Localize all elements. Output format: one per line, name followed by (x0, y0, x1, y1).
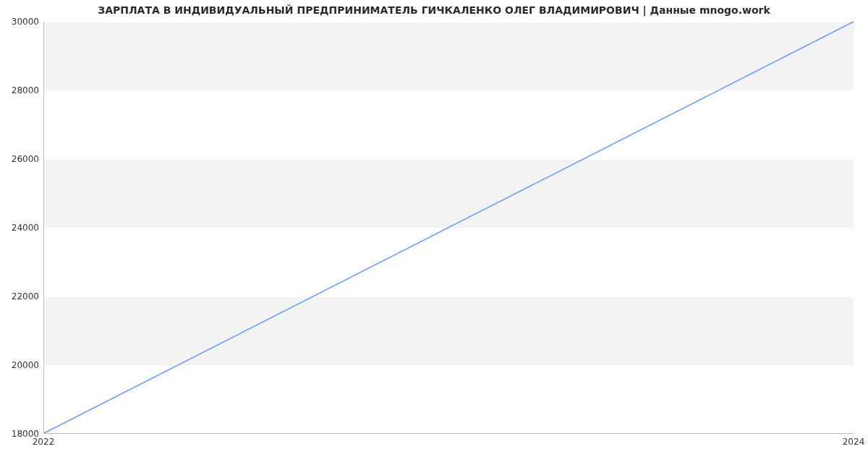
plot-area (43, 22, 854, 434)
y-tick-label: 28000 (3, 85, 39, 95)
y-tick-label: 24000 (3, 223, 39, 233)
x-tick-label: 2024 (843, 437, 865, 447)
y-tick-label: 20000 (3, 360, 39, 370)
y-tick-label: 30000 (3, 17, 39, 27)
y-tick-label: 26000 (3, 154, 39, 164)
x-tick-label: 2022 (33, 437, 55, 447)
line-series (44, 22, 854, 433)
salary-chart: ЗАРПЛАТА В ИНДИВИДУАЛЬНЫЙ ПРЕДПРИНИМАТЕЛ… (0, 0, 868, 470)
chart-title: ЗАРПЛАТА В ИНДИВИДУАЛЬНЫЙ ПРЕДПРИНИМАТЕЛ… (0, 4, 868, 16)
y-tick-label: 22000 (3, 291, 39, 302)
svg-line-0 (44, 22, 854, 433)
